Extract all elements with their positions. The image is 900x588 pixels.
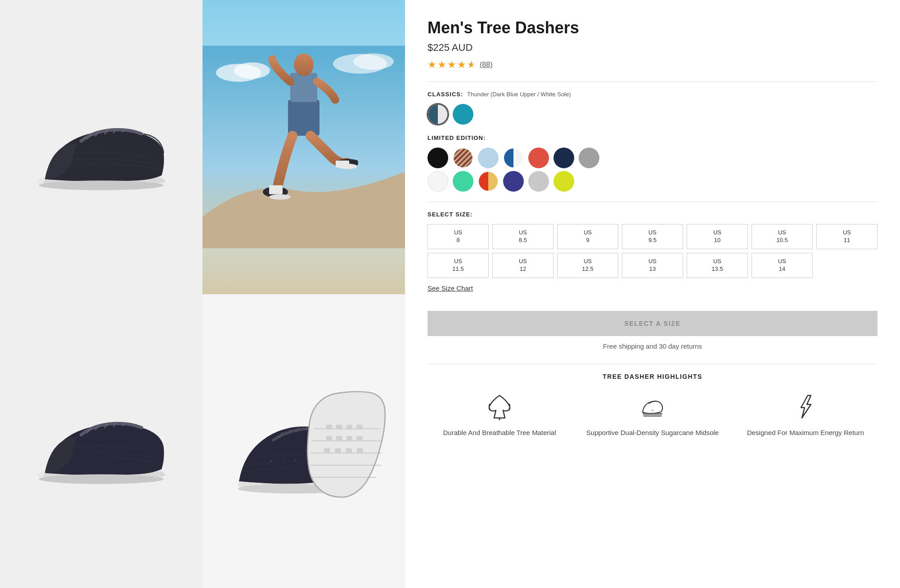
star-half: ★ ★: [467, 59, 476, 71]
divider-2: [428, 202, 878, 202]
svg-rect-12: [288, 100, 320, 136]
swatch-teal[interactable]: [453, 104, 473, 125]
gallery-image-1: [0, 0, 202, 294]
limited-color-section: LIMITED EDITION:: [428, 135, 878, 192]
svg-point-28: [283, 458, 284, 460]
swatch-indigo[interactable]: [503, 171, 524, 192]
svg-point-6: [39, 180, 163, 190]
gallery-image-4: [202, 294, 405, 588]
size-btn-8-5[interactable]: US8.5: [492, 224, 554, 249]
size-label: SELECT SIZE:: [428, 211, 878, 218]
page-container: Men's Tree Dashers $225 AUD ★ ★ ★ ★ ★ ★ …: [0, 0, 900, 588]
shipping-text: Free shipping and 30 day returns: [428, 342, 878, 350]
size-btn-11[interactable]: US11: [816, 224, 878, 249]
size-btn-8[interactable]: US8: [428, 224, 489, 249]
svg-rect-54: [357, 448, 363, 453]
swatch-black[interactable]: [428, 148, 448, 168]
size-btn-13-5[interactable]: US13.5: [687, 253, 748, 278]
limited-swatches-row1: [428, 148, 878, 168]
highlight-sole: ~ Supportive Dual-Density Sugarcane Mids…: [580, 391, 724, 438]
svg-rect-13: [290, 73, 317, 102]
size-btn-12[interactable]: US12: [492, 253, 554, 278]
swatch-light-gray[interactable]: [528, 171, 549, 192]
swatch-thunder[interactable]: [428, 104, 448, 125]
shoe-pair-view: [218, 380, 389, 502]
lightning-icon: [790, 391, 821, 422]
star-2: ★: [437, 59, 446, 71]
svg-text:~: ~: [651, 408, 654, 413]
product-title: Men's Tree Dashers: [428, 18, 878, 37]
highlights-section: TREE DASHER HIGHLIGHTS Durable And Breat…: [428, 373, 878, 438]
shoe-icon: ~: [637, 391, 668, 422]
svg-rect-19: [336, 161, 349, 168]
size-btn-14[interactable]: US14: [752, 253, 813, 278]
svg-rect-18: [269, 185, 283, 194]
star-4: ★: [457, 59, 466, 71]
highlight-sole-text: Supportive Dual-Density Sugarcane Midsol…: [586, 428, 719, 438]
size-section: SELECT SIZE: US8 US8.5 US9 US9.5 US10 US…: [428, 211, 878, 301]
highlight-tree: Durable And Breathable Tree Material: [428, 391, 572, 438]
svg-rect-52: [335, 448, 341, 453]
svg-point-27: [270, 460, 272, 462]
svg-point-14: [294, 54, 314, 76]
svg-point-11: [353, 54, 394, 70]
product-price: $225 AUD: [428, 42, 878, 54]
product-gallery: [0, 0, 405, 588]
classics-label: CLASSICS: Thunder (Dark Blue Upper / Whi…: [428, 91, 878, 98]
swatch-white[interactable]: [428, 171, 448, 192]
swatch-coral[interactable]: [528, 148, 549, 168]
gallery-image-3: [0, 294, 202, 588]
add-to-cart-button[interactable]: SELECT A SIZE: [428, 311, 878, 336]
svg-point-16: [269, 194, 291, 200]
divider-3: [428, 364, 878, 364]
swatch-mint[interactable]: [453, 171, 473, 192]
svg-point-29: [295, 460, 297, 462]
tree-icon: [484, 391, 515, 422]
size-btn-13[interactable]: US13: [622, 253, 683, 278]
svg-rect-51: [324, 448, 330, 453]
svg-rect-46: [356, 425, 363, 430]
size-btn-9-5[interactable]: US9.5: [622, 224, 683, 249]
star-3: ★: [447, 59, 456, 71]
classics-swatches: [428, 104, 878, 125]
highlight-tree-text: Durable And Breathable Tree Material: [443, 428, 556, 438]
swatch-light-blue[interactable]: [478, 148, 499, 168]
svg-rect-50: [356, 436, 363, 441]
swatch-gray[interactable]: [579, 148, 599, 168]
classics-color-name: Thunder (Dark Blue Upper / White Sole): [467, 91, 571, 98]
svg-rect-48: [336, 436, 342, 441]
size-btn-10[interactable]: US10: [687, 224, 748, 249]
svg-rect-49: [346, 436, 353, 441]
size-chart-link[interactable]: See Size Chart: [428, 284, 473, 292]
svg-rect-47: [326, 436, 333, 441]
highlight-energy-text: Designed For Maximum Energy Return: [747, 428, 864, 438]
divider-1: [428, 81, 878, 82]
swatch-yellow-green[interactable]: [554, 171, 574, 192]
star-1: ★: [428, 59, 436, 71]
highlights-title: TREE DASHER HIGHLIGHTS: [428, 373, 878, 380]
size-btn-12-5[interactable]: US12.5: [557, 253, 618, 278]
swatch-navy-dark[interactable]: [554, 148, 574, 168]
rating-row: ★ ★ ★ ★ ★ ★ (88): [428, 59, 878, 71]
review-count-link[interactable]: (88): [480, 61, 492, 69]
shoe-side-view-2: [25, 391, 178, 490]
swatch-red-split[interactable]: [478, 171, 499, 192]
size-btn-11-5[interactable]: US11.5: [428, 253, 489, 278]
action-shot-svg: [202, 0, 405, 294]
svg-rect-44: [336, 425, 342, 430]
svg-point-9: [234, 63, 270, 79]
highlights-grid: Durable And Breathable Tree Material: [428, 391, 878, 438]
swatch-stripe[interactable]: [453, 148, 473, 168]
size-btn-10-5[interactable]: US10.5: [752, 224, 813, 249]
product-panel: Men's Tree Dashers $225 AUD ★ ★ ★ ★ ★ ★ …: [405, 0, 900, 588]
classics-color-section: CLASSICS: Thunder (Dark Blue Upper / Whi…: [428, 91, 878, 125]
shoe-side-view-1: [25, 98, 178, 197]
size-grid: US8 US8.5 US9 US9.5 US10 US10.5 US11 US1…: [428, 224, 878, 278]
limited-swatches-row2: [428, 171, 878, 192]
svg-rect-43: [326, 425, 333, 430]
star-rating: ★ ★ ★ ★ ★ ★: [428, 59, 476, 71]
swatch-blue-white[interactable]: [503, 148, 524, 168]
svg-rect-45: [346, 425, 353, 430]
svg-point-26: [39, 475, 163, 484]
size-btn-9[interactable]: US9: [557, 224, 618, 249]
